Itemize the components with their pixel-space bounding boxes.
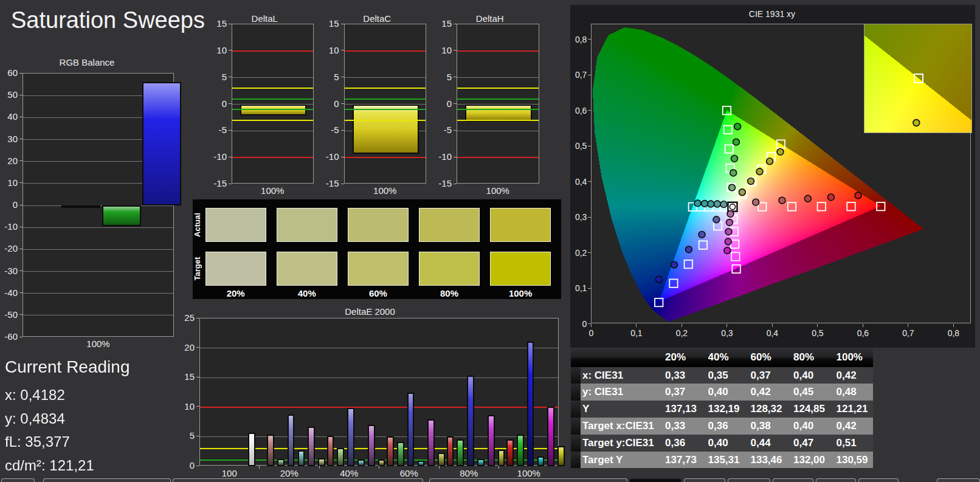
current-reading-value: x: 0,4182 xyxy=(5,387,65,404)
bottom-tab-button[interactable] xyxy=(728,478,770,482)
calibration-app-screen: Saturation Sweeps RGB Balance-60-50-40-3… xyxy=(0,0,980,482)
bottom-tab-button[interactable] xyxy=(629,478,682,482)
bottom-tab-button[interactable] xyxy=(429,478,627,482)
bottom-tab-button[interactable] xyxy=(1,478,35,482)
bottom-tab-button[interactable] xyxy=(43,478,171,482)
current-reading-value: cd/m²: 121,21 xyxy=(5,457,94,474)
bottom-tab-button[interactable] xyxy=(937,478,980,482)
current-reading-title: Current Reading xyxy=(5,357,129,377)
bottom-tab-button[interactable] xyxy=(684,478,725,482)
current-reading-block: Current Readingx: 0,4182y: 0,4834fL: 35,… xyxy=(0,0,980,482)
bottom-tab-button[interactable] xyxy=(173,478,423,482)
current-reading-value: y: 0,4834 xyxy=(5,410,65,427)
bottom-tab-button[interactable] xyxy=(773,478,813,482)
bottom-tab-button[interactable] xyxy=(816,478,856,482)
bottom-taskbar xyxy=(0,478,980,482)
current-reading-value: fL: 35,377 xyxy=(5,433,70,450)
bottom-tab-button[interactable] xyxy=(858,478,899,482)
